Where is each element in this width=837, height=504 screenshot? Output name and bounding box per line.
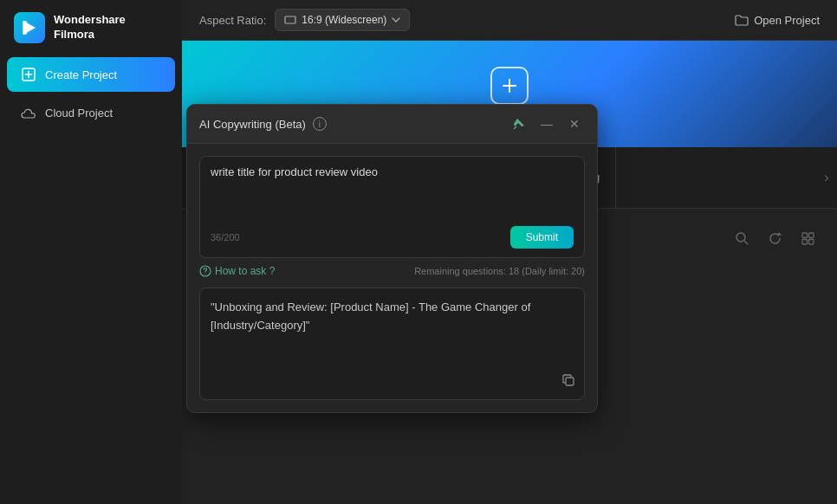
main-content: Aspect Ratio: 16:9 (Widescreen) Open Pro…: [182, 0, 837, 504]
aspect-ratio-section: Aspect Ratio: 16:9 (Widescreen): [199, 9, 410, 31]
result-text: "Unboxing and Review: [Product Name] - T…: [211, 299, 574, 335]
minimize-button[interactable]: —: [536, 113, 557, 134]
chevron-down-icon: [392, 17, 400, 23]
copy-button[interactable]: [561, 373, 575, 391]
svg-rect-14: [808, 233, 814, 238]
svg-point-22: [204, 274, 205, 275]
refresh-icon[interactable]: [762, 226, 787, 250]
ai-panel-controls: — ✕: [509, 113, 585, 134]
app-logo: Wondershare Filmora: [0, 0, 182, 55]
more-features-button[interactable]: ›: [816, 167, 837, 188]
new-project-plus-icon: [490, 67, 529, 105]
app-name: Wondershare Filmora: [54, 13, 126, 42]
svg-rect-13: [802, 233, 808, 238]
topbar: Aspect Ratio: 16:9 (Widescreen) Open Pro…: [182, 0, 837, 41]
search-icon[interactable]: [730, 226, 754, 250]
svg-line-20: [514, 126, 516, 129]
char-count: 36/200: [211, 232, 240, 242]
info-icon[interactable]: i: [313, 117, 327, 131]
recent-controls: [730, 226, 820, 250]
ai-panel-header: AI Copywriting (Beta) i — ✕: [187, 105, 597, 144]
ai-prompt-input[interactable]: [211, 165, 574, 217]
grid-view-icon[interactable]: [795, 226, 820, 250]
sidebar: Wondershare Filmora Create Project Cloud…: [0, 0, 182, 504]
how-to-ask-row: How to ask ? Remaining questions: 18 (Da…: [199, 265, 585, 277]
svg-rect-5: [285, 16, 295, 23]
create-project-label: Create Project: [45, 68, 117, 81]
ai-textarea-footer: 36/200 Submit: [211, 226, 574, 249]
question-icon: [199, 265, 211, 277]
create-project-icon: [21, 67, 36, 82]
svg-line-12: [744, 241, 748, 244]
aspect-ratio-label: Aspect Ratio:: [199, 14, 266, 27]
cloud-project-label: Cloud Project: [45, 107, 113, 120]
ai-panel-body: 36/200 Submit How to ask ? Remaining que…: [187, 144, 597, 412]
sidebar-item-cloud-project[interactable]: Cloud Project: [7, 95, 175, 130]
pin-button[interactable]: [509, 113, 529, 134]
logo-icon: [14, 12, 45, 43]
how-to-ask-link[interactable]: How to ask ?: [199, 265, 275, 277]
submit-button[interactable]: Submit: [510, 226, 574, 249]
how-to-ask-label: How to ask ?: [215, 265, 275, 277]
folder-icon: [735, 14, 749, 26]
close-button[interactable]: ✕: [564, 113, 585, 134]
remaining-questions: Remaining questions: 18 (Daily limit: 20…: [414, 266, 585, 276]
widescreen-icon: [284, 16, 296, 24]
ai-copywriting-panel: AI Copywriting (Beta) i — ✕: [186, 104, 598, 413]
copy-icon: [561, 373, 575, 387]
open-project-button[interactable]: Open Project: [735, 14, 820, 27]
cloud-icon: [21, 105, 36, 120]
plus-icon: [501, 77, 518, 94]
svg-rect-15: [802, 239, 808, 244]
svg-rect-23: [566, 378, 574, 385]
aspect-ratio-value: 16:9 (Widescreen): [302, 14, 386, 26]
ai-panel-title-section: AI Copywriting (Beta) i: [199, 117, 327, 131]
open-project-label: Open Project: [754, 14, 820, 27]
svg-rect-16: [808, 239, 814, 244]
ai-textarea-wrapper: 36/200 Submit: [199, 156, 585, 258]
svg-rect-1: [23, 21, 27, 35]
aspect-ratio-dropdown[interactable]: 16:9 (Widescreen): [275, 9, 410, 31]
sidebar-item-create-project[interactable]: Create Project: [7, 57, 175, 92]
result-box: "Unboxing and Review: [Product Name] - T…: [199, 288, 585, 400]
ai-panel-title: AI Copywriting (Beta): [199, 118, 306, 131]
